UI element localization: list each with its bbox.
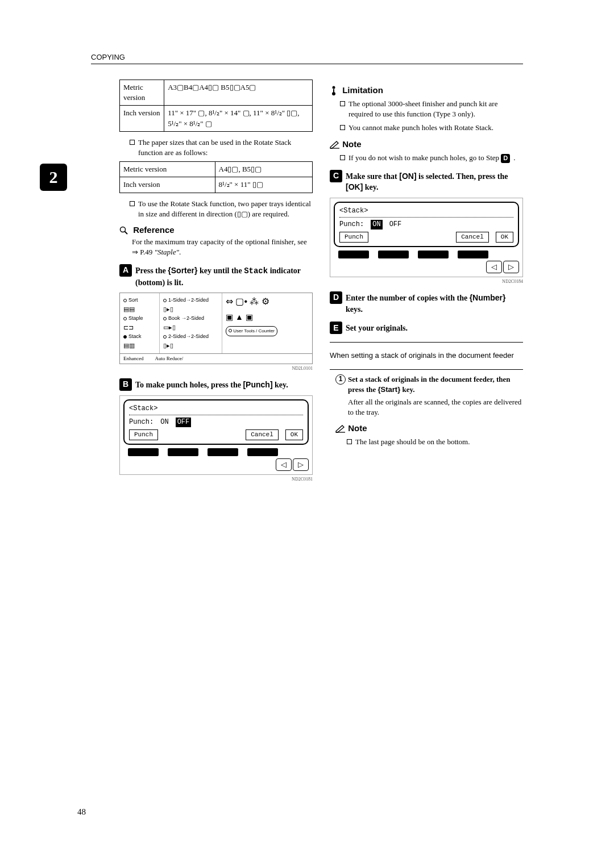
reference-body: For the maximum tray capacity of the opt…: [132, 237, 313, 257]
limitation-heading: Limitation: [330, 84, 523, 96]
step-number-icon: D: [330, 291, 342, 304]
chapter-tab: 2: [40, 164, 67, 191]
cell: 8¹/₂" × 11" ▯▢: [215, 177, 312, 193]
cell: Inch version: [120, 106, 164, 131]
softkey[interactable]: [168, 448, 198, 456]
cancel-button[interactable]: Cancel: [456, 232, 489, 243]
page-number: 48: [77, 806, 86, 818]
reference-icon: [119, 226, 128, 235]
bullet-item: The paper sizes that can be used in the …: [130, 137, 313, 158]
paper-size-table-1: Metric version A3▢B4▢A4▯▢ B5▯▢A5▢ Inch v…: [119, 80, 313, 132]
bullet-icon: [340, 125, 345, 130]
bullet-text: To use the Rotate Stack function, two pa…: [138, 199, 313, 219]
svg-point-3: [332, 92, 335, 95]
step-number-icon: A: [119, 264, 132, 277]
figure-caption: ND2L0101: [119, 365, 313, 372]
punch-button[interactable]: Punch: [129, 429, 158, 440]
note-heading: Note: [335, 422, 523, 434]
arrow-right-button[interactable]: ▷: [503, 261, 519, 273]
bullet-item: The optional 3000-sheet finisher and pun…: [340, 99, 523, 119]
cancel-button[interactable]: Cancel: [246, 429, 279, 440]
svg-rect-4: [333, 89, 334, 92]
bullet-icon: [347, 439, 352, 444]
page-header: COPYING: [91, 52, 125, 62]
bullet-item: You cannot make punch holes with Rotate …: [340, 123, 523, 133]
cell: Metric version: [120, 80, 164, 106]
ok-button[interactable]: OK: [496, 232, 513, 243]
note-icon: [330, 141, 340, 149]
cell: Inch version: [120, 177, 215, 193]
step-text: Press the {Sorter} key until the Stack i…: [135, 264, 313, 288]
sub-step-number-icon: 1: [335, 374, 346, 385]
arrow-right-button[interactable]: ▷: [293, 458, 309, 471]
cell: 11" × 17" ▢, 8¹/₂" × 14" ▢, 11" × 8¹/₂" …: [164, 106, 313, 131]
sub-step-1: 1 Set a stack of originals in the docume…: [335, 374, 523, 395]
svg-line-1: [125, 231, 128, 234]
bullet-icon: [130, 140, 135, 145]
cell: A4▯▢, B5▯▢: [215, 162, 312, 177]
arrow-left-button[interactable]: ◁: [276, 458, 292, 471]
note-icon: [335, 425, 346, 433]
note-label: Note: [348, 423, 367, 433]
step-text: Enter the number of copies with the {Num…: [346, 291, 523, 315]
softkey[interactable]: [418, 251, 449, 258]
bullet-icon: [340, 101, 345, 106]
bullet-item: If you do not wish to make punch holes, …: [340, 153, 523, 163]
figure-caption: ND2C0184: [330, 278, 523, 285]
softkey[interactable]: [458, 251, 488, 258]
bullet-item: The last page should be on the bottom.: [347, 437, 523, 447]
softkey[interactable]: [208, 448, 238, 456]
figure-caption: ND2C0181: [119, 476, 313, 482]
limitation-label: Limitation: [342, 85, 383, 95]
cell: A3▢B4▢A4▯▢ B5▯▢A5▢: [164, 80, 313, 106]
header-rule: [91, 64, 523, 64]
softkey[interactable]: [247, 448, 278, 456]
softkey[interactable]: [338, 251, 369, 258]
bullet-icon: [130, 201, 135, 206]
bullet-item: To use the Rotate Stack function, two pa…: [130, 199, 313, 219]
bullet-icon: [340, 155, 345, 160]
panel-footer: EnhancedAuto Reduce/: [119, 354, 313, 364]
step-text: Set your originals.: [346, 322, 523, 334]
note-label: Note: [342, 139, 361, 149]
reference-heading: Reference: [119, 224, 313, 236]
divider: [330, 369, 523, 370]
step-text: To make punch holes, press the [Punch] k…: [135, 378, 313, 391]
svg-point-0: [121, 227, 126, 232]
cell: Metric version: [120, 162, 215, 177]
step-number-icon: B: [119, 378, 132, 391]
sub-heading: When setting a stack of originals in the…: [330, 350, 523, 361]
svg-point-2: [333, 86, 335, 89]
note-heading: Note: [330, 138, 523, 150]
softkey[interactable]: [378, 251, 409, 258]
step-4: D Enter the number of copies with the {N…: [330, 291, 523, 315]
step-5: E Set your originals.: [330, 322, 523, 334]
step-number-icon: E: [330, 322, 342, 334]
punch-button[interactable]: Punch: [339, 232, 368, 243]
limitation-icon: [330, 86, 338, 96]
divider: [330, 342, 523, 343]
arrow-left-button[interactable]: ◁: [486, 261, 502, 273]
step-3: C Make sure that [ON] is selected. Then,…: [330, 170, 523, 193]
sorter-panel-illustration: Sort ▤▤ Staple ⊏⊐ Stack ▤▥ 1-Sided→2-Sid…: [119, 293, 313, 354]
lcd-panel-2: <Stack> Punch: ON OFF Punch Cancel OK: [330, 198, 523, 277]
paper-size-table-2: Metric version A4▯▢, B5▯▢ Inch version 8…: [119, 161, 313, 193]
step-text: Make sure that [ON] is selected. Then, p…: [346, 170, 523, 193]
bullet-text: The paper sizes that can be used in the …: [138, 137, 313, 158]
sub-step-body: After all the originals are scanned, the…: [348, 397, 523, 418]
softkey[interactable]: [128, 448, 159, 456]
step-number-icon: C: [330, 170, 342, 182]
step-2: B To make punch holes, press the [Punch]…: [119, 378, 313, 391]
step-1: A Press the {Sorter} key until the Stack…: [119, 264, 313, 288]
lcd-panel-1: <Stack> Punch: ON OFF Punch Cancel OK: [119, 395, 313, 475]
reference-label: Reference: [133, 225, 175, 235]
ok-button[interactable]: OK: [285, 429, 303, 440]
